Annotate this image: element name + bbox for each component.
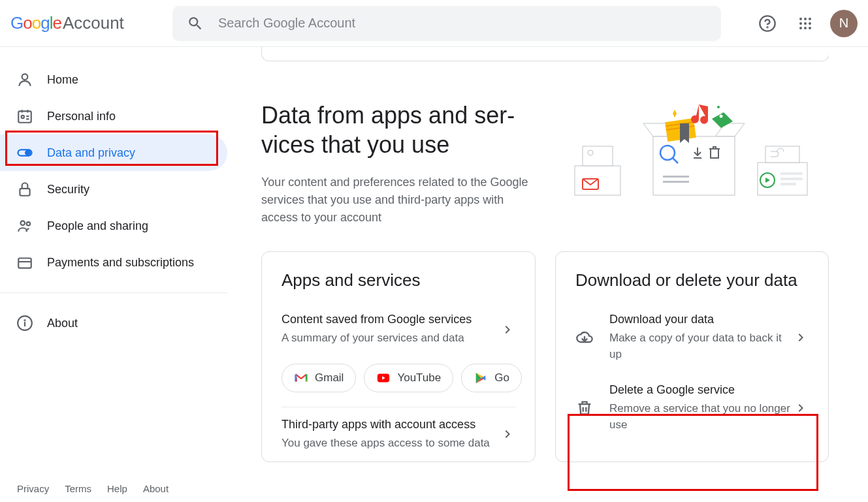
svg-point-3 xyxy=(804,18,807,20)
chevron-right-icon xyxy=(793,400,809,416)
chip-youtube[interactable]: YouTube xyxy=(364,364,453,392)
svg-point-15 xyxy=(25,151,30,155)
svg-rect-16 xyxy=(20,189,29,196)
nav-about[interactable]: About xyxy=(0,305,227,341)
search-bar[interactable] xyxy=(172,6,721,41)
people-icon xyxy=(16,217,34,235)
chip-label: YouTube xyxy=(397,371,441,384)
lock-icon xyxy=(16,180,34,198)
svg-point-5 xyxy=(799,22,802,25)
nav-security[interactable]: Security xyxy=(0,171,227,208)
cloud-download-icon xyxy=(575,328,594,347)
gmail-icon xyxy=(294,371,308,385)
section-title: Data from apps and ser­vices that you us… xyxy=(261,101,542,159)
footer-privacy[interactable]: Privacy xyxy=(17,483,49,494)
footer-about[interactable]: About xyxy=(143,483,169,494)
header: Google Account N xyxy=(0,0,868,47)
section-head: Data from apps and ser­vices that you us… xyxy=(261,101,829,227)
hero-illustration xyxy=(568,101,816,212)
nav-label: About xyxy=(47,317,78,330)
footer-help[interactable]: Help xyxy=(107,483,127,494)
item-title: Content saved from Google services xyxy=(281,313,500,326)
download-delete-card: Download or delete your data Download yo… xyxy=(555,251,829,462)
avatar[interactable]: N xyxy=(830,10,858,37)
item-title: Third-party apps with account access xyxy=(281,418,500,431)
toggle-icon xyxy=(16,144,34,162)
item-title: Download your data xyxy=(609,313,793,326)
chevron-right-icon xyxy=(793,330,809,345)
nav-divider xyxy=(0,292,227,293)
svg-point-9 xyxy=(804,27,807,29)
footer-terms[interactable]: Terms xyxy=(65,483,91,494)
item-subtitle: Make a copy of your data to back it up xyxy=(609,330,793,362)
nav-label: Data and privacy xyxy=(47,146,135,160)
service-chips: Gmail YouTube Go xyxy=(262,357,535,407)
svg-point-7 xyxy=(809,22,811,25)
chip-play[interactable]: Go xyxy=(461,364,522,392)
svg-rect-27 xyxy=(663,176,689,178)
nav-label: Personal info xyxy=(47,110,116,123)
play-icon xyxy=(474,371,488,385)
svg-rect-38 xyxy=(780,178,803,180)
chip-gmail[interactable]: Gmail xyxy=(281,364,356,392)
svg-point-1 xyxy=(767,27,767,27)
item-subtitle: You gave these apps access to some data xyxy=(281,435,500,452)
help-icon xyxy=(758,14,777,33)
nav-label: Home xyxy=(47,73,78,87)
svg-rect-19 xyxy=(18,259,31,268)
help-button[interactable] xyxy=(754,10,780,37)
account-text: Account xyxy=(63,13,124,33)
nav-payments[interactable]: Payments and subscriptions xyxy=(0,244,227,281)
personal-info-icon xyxy=(16,107,34,125)
prev-card-stub xyxy=(261,47,829,61)
third-party-item[interactable]: Third-party apps with account access You… xyxy=(262,407,535,462)
svg-point-10 xyxy=(809,27,811,29)
nav: Home Personal info Data and privacy Secu… xyxy=(0,47,227,341)
svg-rect-39 xyxy=(780,183,796,185)
card-title: Download or delete your data xyxy=(556,270,828,302)
svg-point-17 xyxy=(21,221,25,225)
search-input[interactable] xyxy=(218,16,707,31)
svg-point-6 xyxy=(804,22,807,25)
svg-point-13 xyxy=(22,116,24,118)
content-saved-item[interactable]: Content saved from Google services A sum… xyxy=(262,302,535,357)
section-text: Data from apps and ser­vices that you us… xyxy=(261,101,542,227)
section-subtitle: Your content and preferences related to … xyxy=(261,174,542,227)
download-data-item[interactable]: Download your data Make a copy of your d… xyxy=(556,302,828,373)
svg-point-32 xyxy=(720,115,723,118)
header-right: N xyxy=(735,10,858,37)
info-icon xyxy=(16,314,34,332)
card-icon xyxy=(16,253,34,272)
google-logo: Google xyxy=(10,13,61,33)
item-subtitle: A summary of your services and data xyxy=(281,330,500,347)
svg-point-21 xyxy=(24,320,25,321)
item-title: Delete a Google service xyxy=(609,383,793,397)
chip-label: Go xyxy=(494,371,509,384)
delete-service-item[interactable]: Delete a Google service Remove a service… xyxy=(556,373,828,443)
card-title: Apps and services xyxy=(262,270,535,302)
nav-label: People and sharing xyxy=(47,219,148,233)
nav-personal-info[interactable]: Personal info xyxy=(0,98,227,134)
main: Data from apps and ser­vices that you us… xyxy=(261,47,829,502)
apps-button[interactable] xyxy=(792,10,818,37)
svg-rect-37 xyxy=(780,172,803,175)
nav-home[interactable]: Home xyxy=(0,61,227,98)
trash-icon xyxy=(575,399,594,417)
nav-people-sharing[interactable]: People and sharing xyxy=(0,208,227,244)
chevron-right-icon xyxy=(500,426,515,442)
svg-point-18 xyxy=(27,222,30,225)
home-icon xyxy=(16,71,34,89)
apps-grid-icon xyxy=(797,16,813,31)
svg-rect-23 xyxy=(583,146,613,166)
nav-data-privacy[interactable]: Data and privacy xyxy=(0,134,227,171)
apps-services-card: Apps and services Content saved from Goo… xyxy=(261,251,536,462)
svg-rect-28 xyxy=(663,181,689,183)
svg-point-8 xyxy=(799,27,802,29)
sidebar: Home Personal info Data and privacy Secu… xyxy=(0,47,227,502)
chip-label: Gmail xyxy=(315,371,344,384)
svg-point-2 xyxy=(799,18,802,20)
logo-block[interactable]: Google Account xyxy=(10,13,172,33)
item-subtitle: Remove a service that you no longer use xyxy=(609,401,793,433)
nav-label: Security xyxy=(47,183,89,196)
svg-point-33 xyxy=(717,106,720,108)
